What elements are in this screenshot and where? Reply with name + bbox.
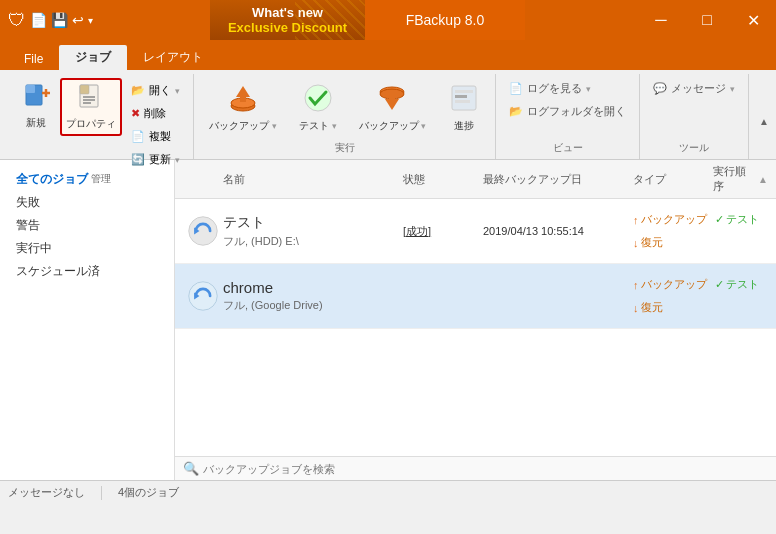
- tab-layout[interactable]: レイアウト: [127, 45, 219, 70]
- test-check-icon: ✓: [715, 213, 724, 226]
- ribbon-tabs: File ジョブ レイアウト: [0, 40, 776, 70]
- ribbon-group-tools-content: 💬 メッセージ ▾: [648, 74, 740, 139]
- new-button[interactable]: 新規: [16, 78, 56, 134]
- sidebar-item-scheduled[interactable]: スケジュール済: [0, 260, 174, 283]
- advance-label: 進捗: [454, 119, 474, 133]
- undo-icon[interactable]: ↩: [72, 12, 84, 28]
- job-icon-chrome: [183, 280, 223, 312]
- new-doc-icon[interactable]: 📄: [30, 12, 47, 28]
- svg-rect-12: [240, 96, 246, 102]
- restore-action-test[interactable]: ↓ 復元: [633, 235, 663, 250]
- ribbon-group-tools: 💬 メッセージ ▾ ツール: [640, 74, 749, 159]
- properties-icon: [77, 83, 105, 115]
- whats-new-banner[interactable]: What's new Exclusive Discount: [210, 0, 365, 40]
- save-icon[interactable]: 💾: [51, 12, 68, 28]
- main-area: 全てのジョブ 失敗 警告 実行中 スケジュール済 名前 状態 最終バックアップ日…: [0, 160, 776, 480]
- title-bar-left: 🛡 📄 💾 ↩ ▾: [0, 0, 210, 40]
- sidebar-item-warn[interactable]: 警告: [0, 214, 174, 237]
- test-run-label: テスト ▾: [299, 119, 337, 133]
- restore-action-chrome[interactable]: ↓ 復元: [633, 300, 663, 315]
- copy-button[interactable]: 📄 複製: [126, 126, 185, 147]
- svg-rect-19: [455, 90, 473, 93]
- title-bar: 🛡 📄 💾 ↩ ▾ What's new Exclusive Discount …: [0, 0, 776, 40]
- open-button[interactable]: 📂 開く ▾: [126, 80, 185, 101]
- test-action-test[interactable]: ✓ テスト: [715, 212, 759, 227]
- job-list: テスト フル, (HDD) E:\ [成功] 2019/04/13 10:55:…: [175, 199, 776, 456]
- update-button[interactable]: 🔄 更新 ▾: [126, 149, 185, 170]
- log-view-button[interactable]: 📄 ログを見る ▾: [504, 78, 596, 99]
- new-icon: [22, 82, 50, 114]
- backup-run-icon: [227, 82, 259, 117]
- update-icon: 🔄: [131, 153, 145, 166]
- sort-icon: ▲: [758, 174, 768, 185]
- message-icon: 💬: [653, 82, 667, 95]
- delete-button[interactable]: ✖ 削除: [126, 103, 185, 124]
- job-status-test: [成功]: [403, 224, 483, 239]
- job-actions-chrome: ↑ バックアップ ✓ テスト ↓ 復元: [633, 277, 768, 315]
- svg-rect-5: [80, 85, 89, 94]
- search-input[interactable]: [203, 463, 768, 475]
- open-dropdown-icon: ▾: [175, 86, 180, 96]
- sidebar-item-running[interactable]: 実行中: [0, 237, 174, 260]
- content-area: 名前 状態 最終バックアップ日 タイプ 実行順序 ▲: [175, 160, 776, 480]
- open-icon: 📂: [131, 84, 145, 97]
- test-action-chrome[interactable]: ✓ テスト: [715, 277, 759, 292]
- backup-action-chrome[interactable]: ↑ バックアップ: [633, 277, 707, 292]
- log-view-icon: 📄: [509, 82, 523, 95]
- col-status: 状態: [403, 172, 483, 187]
- sidebar-item-fail[interactable]: 失敗: [0, 191, 174, 214]
- backup-run-button[interactable]: バックアップ ▾: [202, 78, 284, 137]
- sidebar-item-all[interactable]: 全てのジョブ: [0, 168, 174, 191]
- job-name-chrome: chrome: [223, 279, 403, 296]
- table-row[interactable]: chrome フル, (Google Drive) ↑ バックアップ ✓ テスト: [175, 264, 776, 329]
- maximize-button[interactable]: □: [684, 0, 730, 40]
- ribbon-group-run: バックアップ ▾ テスト ▾: [194, 74, 496, 159]
- sidebar: 全てのジョブ 失敗 警告 実行中 スケジュール済: [0, 160, 175, 480]
- job-count: 4個のジョブ: [118, 485, 179, 500]
- svg-rect-21: [455, 100, 470, 103]
- update-dropdown-icon: ▾: [175, 155, 180, 165]
- svg-rect-17: [389, 96, 395, 101]
- backup-action-test[interactable]: ↑ バックアップ: [633, 212, 707, 227]
- restore-run-icon: [376, 82, 408, 117]
- table-row[interactable]: テスト フル, (HDD) E:\ [成功] 2019/04/13 10:55:…: [175, 199, 776, 264]
- col-name: 名前: [183, 172, 403, 187]
- advance-icon: [448, 82, 480, 117]
- tab-file[interactable]: File: [8, 48, 59, 70]
- svg-rect-1: [26, 85, 35, 93]
- exclusive-discount-text: Exclusive Discount: [228, 20, 347, 35]
- minimize-button[interactable]: ─: [638, 0, 684, 40]
- tab-job[interactable]: ジョブ: [59, 45, 127, 70]
- quick-access-dropdown[interactable]: ▾: [88, 15, 93, 26]
- ribbon-collapse-button[interactable]: ▲: [756, 113, 772, 129]
- copy-icon: 📄: [131, 130, 145, 143]
- restore-run-label: バックアップ ▾: [359, 119, 427, 133]
- job-date-test: 2019/04/13 10:55:14: [483, 225, 633, 237]
- app-title: FBackup 8.0: [365, 0, 525, 40]
- svg-marker-11: [236, 86, 250, 97]
- log-folder-button[interactable]: 📂 ログフォルダを開く: [504, 101, 631, 122]
- ribbon-group-manage-content: 新規 プロパティ 📂 開く: [16, 74, 185, 170]
- svg-point-22: [189, 217, 217, 245]
- message-button[interactable]: 💬 メッセージ ▾: [648, 78, 740, 99]
- col-type: タイプ: [633, 172, 713, 187]
- log-folder-icon: 📂: [509, 105, 523, 118]
- restore-arrow-chrome-icon: ↓: [633, 302, 639, 314]
- job-actions-test: ↑ バックアップ ✓ テスト ↓ 復元: [633, 212, 768, 250]
- properties-button[interactable]: プロパティ: [60, 78, 122, 136]
- window-controls: ─ □ ✕: [638, 0, 776, 40]
- restore-run-button[interactable]: バックアップ ▾: [352, 78, 434, 137]
- close-button[interactable]: ✕: [730, 0, 776, 40]
- search-bar: 🔍: [175, 456, 776, 480]
- col-order: 実行順序 ▲: [713, 164, 768, 194]
- delete-icon: ✖: [131, 107, 140, 120]
- manage-group-label: 管理: [91, 170, 111, 190]
- job-detail-chrome: フル, (Google Drive): [223, 298, 403, 313]
- test-run-button[interactable]: テスト ▾: [292, 78, 344, 137]
- status-bar: メッセージなし 4個のジョブ: [0, 480, 776, 504]
- search-icon: 🔍: [183, 461, 199, 476]
- advance-button[interactable]: 進捗: [441, 78, 487, 137]
- svg-point-24: [189, 282, 217, 310]
- job-detail-test: フル, (HDD) E:\: [223, 234, 403, 249]
- ribbon-group-view: 📄 ログを見る ▾ 📂 ログフォルダを開く ビュー: [496, 74, 640, 159]
